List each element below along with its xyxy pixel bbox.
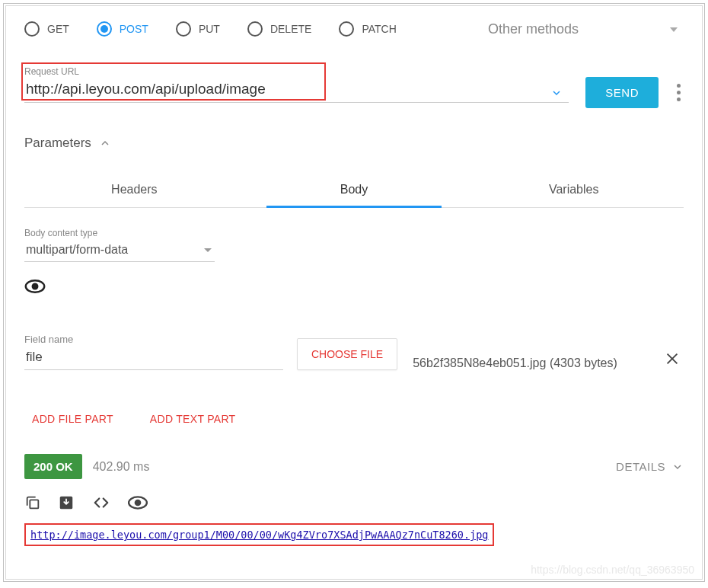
code-view-button[interactable] bbox=[91, 494, 111, 514]
watermark: https://blog.csdn.net/qq_36963950 bbox=[531, 564, 694, 576]
radio-icon bbox=[24, 21, 40, 37]
svg-point-1 bbox=[32, 283, 39, 290]
add-file-part-button[interactable]: ADD FILE PART bbox=[24, 411, 121, 427]
method-label: DELETE bbox=[270, 23, 311, 35]
tab-body[interactable]: Body bbox=[244, 174, 464, 207]
parameters-label: Parameters bbox=[24, 136, 91, 151]
method-label: PUT bbox=[199, 23, 220, 35]
method-label: PATCH bbox=[362, 23, 396, 35]
radio-icon bbox=[339, 21, 354, 37]
response-toolbar bbox=[24, 494, 684, 514]
send-button[interactable]: SEND bbox=[585, 77, 659, 108]
request-url-input[interactable] bbox=[24, 79, 569, 103]
body-content-type-label: Body content type bbox=[24, 228, 684, 238]
field-name-label: Field name bbox=[24, 334, 283, 345]
radio-icon bbox=[176, 21, 191, 37]
method-get[interactable]: GET bbox=[24, 21, 69, 37]
tabs-row: Headers Body Variables bbox=[24, 174, 684, 208]
add-text-part-button[interactable]: ADD TEXT PART bbox=[142, 411, 244, 427]
chosen-file-info: 56b2f385N8e4eb051.jpg (4303 bytes) bbox=[413, 356, 617, 370]
preview-toggle-button[interactable] bbox=[24, 279, 684, 297]
field-name-input[interactable] bbox=[24, 345, 283, 370]
copy-button[interactable] bbox=[24, 494, 41, 514]
remove-file-button[interactable] bbox=[661, 350, 684, 370]
close-icon bbox=[664, 350, 681, 367]
method-put[interactable]: PUT bbox=[176, 21, 220, 37]
chosen-file-name: 56b2f385N8e4eb051.jpg bbox=[413, 356, 546, 370]
chevron-down-icon bbox=[671, 461, 684, 473]
chevron-up-icon bbox=[99, 137, 111, 149]
request-url-label: Request URL bbox=[24, 66, 684, 77]
svg-point-7 bbox=[135, 500, 142, 507]
method-delete[interactable]: DELETE bbox=[247, 21, 311, 37]
method-label: POST bbox=[120, 23, 148, 35]
chevron-down-icon bbox=[204, 248, 212, 252]
other-methods-dropdown[interactable]: Other methods bbox=[488, 20, 684, 37]
tab-variables[interactable]: Variables bbox=[464, 174, 684, 207]
svg-rect-4 bbox=[30, 500, 38, 508]
response-url-link[interactable]: http://image.leyou.com/group1/M00/00/00/… bbox=[30, 529, 488, 541]
body-content-type-value: multipart/form-data bbox=[26, 243, 128, 257]
more-options-button[interactable] bbox=[674, 81, 684, 104]
chosen-file-size: (4303 bytes) bbox=[550, 356, 617, 370]
details-label: DETAILS bbox=[616, 460, 665, 473]
status-badge: 200 OK bbox=[24, 454, 82, 479]
url-history-dropdown[interactable] bbox=[550, 87, 563, 102]
response-timing: 402.90 ms bbox=[93, 460, 150, 474]
preview-button[interactable] bbox=[128, 495, 148, 513]
add-parts-row: ADD FILE PART ADD TEXT PART bbox=[24, 411, 684, 427]
method-patch[interactable]: PATCH bbox=[339, 21, 396, 37]
body-content-type-select[interactable]: multipart/form-data bbox=[24, 238, 215, 262]
chevron-down-icon bbox=[670, 27, 678, 32]
radio-icon bbox=[97, 21, 112, 37]
method-label: GET bbox=[47, 23, 69, 35]
response-body-box: http://image.leyou.com/group1/M00/00/00/… bbox=[24, 523, 494, 546]
parameters-toggle[interactable]: Parameters bbox=[24, 136, 684, 151]
http-methods-row: GET POST PUT DELETE PATCH Other methods bbox=[24, 20, 684, 37]
tab-headers[interactable]: Headers bbox=[24, 174, 244, 207]
choose-file-button[interactable]: CHOOSE FILE bbox=[297, 338, 397, 370]
radio-icon bbox=[247, 21, 263, 37]
other-methods-label: Other methods bbox=[488, 21, 579, 37]
download-button[interactable] bbox=[58, 494, 75, 514]
method-post[interactable]: POST bbox=[97, 21, 148, 37]
details-toggle[interactable]: DETAILS bbox=[616, 460, 684, 473]
